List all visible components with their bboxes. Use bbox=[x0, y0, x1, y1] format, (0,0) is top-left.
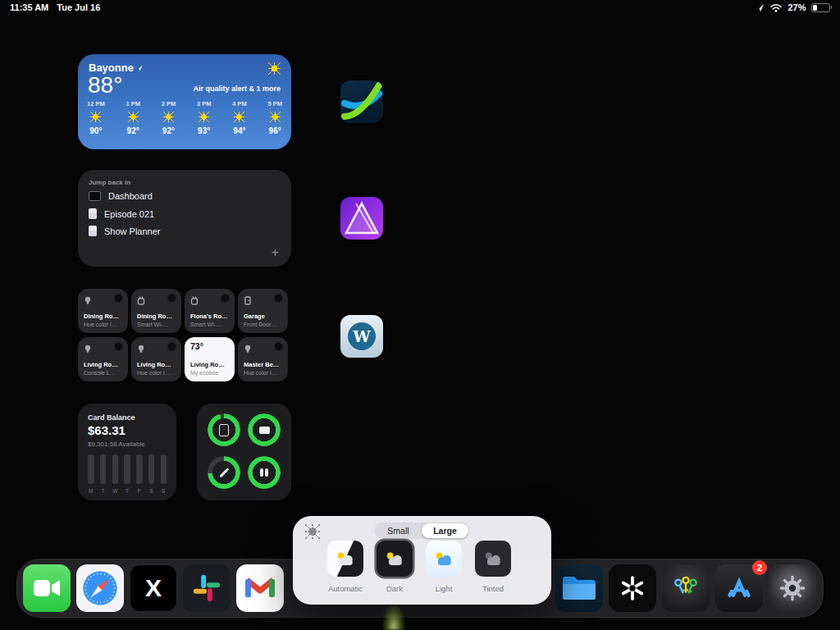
hour-forecast-col: 4 PM94° bbox=[232, 100, 247, 135]
tinted-thumbnail bbox=[475, 541, 511, 577]
hour-temp: 94° bbox=[233, 126, 245, 135]
size-option-small[interactable]: Small bbox=[375, 523, 422, 538]
tile-status-dot bbox=[114, 342, 123, 351]
tile-detail: Smart Wi-… bbox=[137, 322, 168, 327]
dock-safari[interactable] bbox=[76, 564, 124, 612]
app-icon-wordpress[interactable]: W bbox=[340, 315, 383, 358]
glow-artifact bbox=[382, 602, 405, 630]
day-label: M bbox=[88, 488, 94, 494]
jump-back-item-label: Dashboard bbox=[108, 191, 153, 201]
tile-detail: Console L… bbox=[84, 370, 116, 376]
appearance-option-automatic[interactable]: Automatic bbox=[321, 539, 370, 598]
home-tile[interactable]: Master Be… Hue color l… bbox=[238, 337, 288, 381]
day-label: W bbox=[112, 488, 119, 494]
hour-temp: 92° bbox=[127, 126, 139, 135]
tile-detail: Hue color l… bbox=[84, 322, 116, 327]
home-tile[interactable]: Dining Ro… Hue color l… bbox=[78, 289, 128, 333]
sun-icon bbox=[270, 112, 281, 122]
tile-status-dot bbox=[274, 294, 283, 303]
dock-files[interactable] bbox=[555, 564, 603, 612]
dock-gmail[interactable] bbox=[236, 564, 284, 612]
home-tile-thermostat[interactable]: 73° Living Ro… My ecobee bbox=[185, 337, 235, 381]
dashboard-thumbnail-icon bbox=[89, 191, 101, 201]
brightness-sun-icon bbox=[305, 524, 320, 539]
day-label: T bbox=[100, 488, 107, 494]
lumafusion-swoosh-icon bbox=[340, 80, 383, 123]
facetime-camera-icon bbox=[32, 578, 62, 599]
bulb-icon bbox=[244, 342, 252, 357]
sun-icon bbox=[163, 112, 174, 122]
size-option-large[interactable]: Large bbox=[422, 523, 468, 538]
appearance-label: Automatic bbox=[321, 584, 370, 593]
tile-name: Living Ro… bbox=[84, 361, 118, 368]
card-balance-widget[interactable]: Card Balance $63.31 $9,301.58 Available … bbox=[78, 404, 176, 500]
home-tile[interactable]: Garage Front Door… bbox=[238, 289, 288, 333]
card-bars bbox=[88, 453, 167, 484]
bulb-icon bbox=[84, 342, 92, 357]
cloud-sun-icon bbox=[482, 550, 504, 568]
card-days: MTWTFSS bbox=[88, 488, 167, 494]
spend-bar bbox=[136, 454, 143, 484]
card-balance: $63.31 bbox=[88, 423, 126, 437]
dock-chatgpt[interactable] bbox=[609, 564, 656, 612]
automatic-thumbnail bbox=[327, 541, 363, 577]
tile-name: Living Ro… bbox=[137, 361, 171, 368]
batteries-widget[interactable] bbox=[197, 404, 291, 500]
app-store-icon bbox=[720, 569, 758, 607]
appearance-label: Light bbox=[419, 584, 468, 593]
dock-settings[interactable] bbox=[769, 564, 816, 612]
add-button[interactable]: + bbox=[272, 245, 279, 260]
tile-status-dot bbox=[274, 342, 283, 351]
jump-back-item-label: Show Planner bbox=[104, 226, 161, 236]
cloud-sun-icon bbox=[432, 550, 455, 568]
appearance-option-tinted[interactable]: Tinted bbox=[468, 539, 518, 598]
app-icon-affinity-photo[interactable] bbox=[340, 197, 383, 240]
weather-widget[interactable]: Bayonne 88° Air quality alert & 1 more 1… bbox=[78, 54, 291, 149]
tile-status-dot bbox=[114, 294, 123, 303]
tile-name: Garage bbox=[244, 313, 265, 320]
home-screen: 11:35 AM Tue Jul 16 27% Bayonne 88° Air … bbox=[0, 0, 840, 630]
hour-label: 12 PM bbox=[87, 100, 105, 107]
gmail-logo-icon bbox=[244, 576, 276, 600]
app-icon-lumafusion[interactable] bbox=[340, 80, 383, 123]
home-tile[interactable]: Living Ro… Console L… bbox=[78, 337, 128, 381]
jump-back-item[interactable]: Episode 021 bbox=[89, 208, 154, 219]
weather-hourly-row: 12 PM90° 1 PM92° 2 PM92° 3 PM93° 4 PM94°… bbox=[87, 100, 282, 135]
document-icon bbox=[89, 226, 97, 236]
spend-bar bbox=[88, 454, 94, 484]
appearance-option-light[interactable]: Light bbox=[419, 539, 468, 598]
status-bar-right: 27% bbox=[756, 2, 832, 12]
tile-name: Master Be… bbox=[244, 361, 279, 368]
icon-appearance-popup: Small Large Automatic Dark bbox=[293, 516, 551, 605]
hour-temp: 96° bbox=[269, 126, 281, 135]
home-tile[interactable]: Living Ro… Hue color l… bbox=[131, 337, 181, 381]
tile-name: Dining Ro… bbox=[84, 313, 119, 320]
home-tile[interactable]: Dining Ro… Smart Wi-… bbox=[131, 289, 181, 333]
hour-temp: 93° bbox=[198, 126, 210, 135]
jump-back-widget[interactable]: Jump back in Dashboard Episode 021 Show … bbox=[78, 170, 291, 267]
bulb-icon bbox=[137, 342, 145, 357]
widget-title: Jump back in bbox=[89, 179, 130, 186]
plug-icon bbox=[137, 294, 145, 308]
dock-x[interactable]: X bbox=[130, 564, 177, 612]
dock-app-store[interactable]: 2 bbox=[715, 564, 763, 612]
hour-label: 4 PM bbox=[232, 100, 247, 107]
cloud-sun-icon bbox=[334, 550, 357, 568]
sun-icon bbox=[90, 112, 101, 122]
dock-facetime[interactable] bbox=[23, 564, 71, 612]
battery-icon bbox=[811, 3, 833, 12]
jump-back-item[interactable]: Dashboard bbox=[89, 191, 153, 201]
hour-forecast-col: 1 PM92° bbox=[126, 100, 140, 135]
ipad-icon bbox=[208, 413, 240, 446]
home-tile[interactable]: Fiona's Ro… Smart Wi-… bbox=[185, 289, 235, 333]
day-label: S bbox=[161, 488, 167, 494]
keys-icon bbox=[667, 569, 705, 607]
jump-back-item[interactable]: Show Planner bbox=[89, 226, 161, 236]
tile-name: Fiona's Ro… bbox=[190, 313, 228, 320]
dark-thumbnail bbox=[377, 541, 413, 577]
dock-slack[interactable] bbox=[183, 564, 231, 612]
appearance-option-dark[interactable]: Dark bbox=[370, 539, 419, 598]
safari-compass-icon bbox=[80, 568, 121, 609]
appearance-label: Dark bbox=[370, 584, 419, 593]
dock-passwords[interactable] bbox=[662, 564, 710, 612]
